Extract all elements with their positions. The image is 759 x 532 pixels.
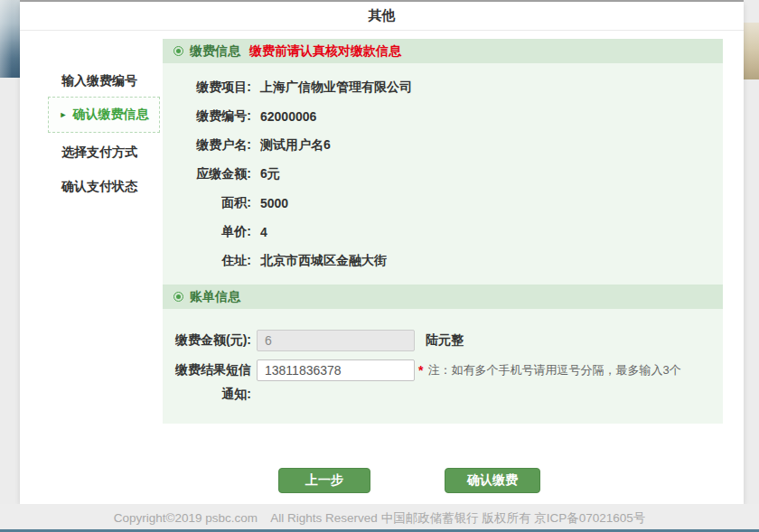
main-panel: 其他 输入缴费编号 ► 确认缴费信息 选择支付方式 确认支付状态 缴费信息 缴费… xyxy=(20,2,744,504)
payment-info-warning: 缴费前请认真核对缴款信息 xyxy=(249,43,401,60)
sms-label-line2: 通知: xyxy=(163,387,251,403)
page-title: 其他 xyxy=(369,7,396,24)
copyright-text: Copyright©2019 psbc.com All Rights Reser… xyxy=(114,510,645,527)
sms-label-line1: 缴费结果短信 xyxy=(163,362,251,378)
active-step-arrow-icon: ► xyxy=(60,110,68,119)
field-value: 北京市西城区金融大街 xyxy=(260,253,387,269)
field-row-unit-price: 单价: 4 xyxy=(163,218,723,247)
field-label: 缴费项目: xyxy=(163,79,251,96)
sms-note: 注：如有多个手机号请用逗号分隔，最多输入3个 xyxy=(427,362,680,378)
bill-info-section-header: 账单信息 xyxy=(163,285,723,309)
field-value: 4 xyxy=(260,225,267,239)
footer: Copyright©2019 psbc.com All Rights Reser… xyxy=(0,504,759,532)
content-area: 缴费信息 缴费前请认真核对缴款信息 缴费项目: 上海广信物业管理有限公司 缴费编… xyxy=(163,39,723,424)
bill-info-section-title: 账单信息 xyxy=(190,289,240,305)
sms-notify-row: 缴费结果短信 * 注：如有多个手机号请用逗号分隔，最多输入3个 xyxy=(163,357,723,384)
step-enter-payment-number[interactable]: 输入缴费编号 xyxy=(61,72,137,89)
field-value: 6元 xyxy=(260,166,280,182)
sms-notify-row-line2: 通知: xyxy=(163,384,723,406)
title-bar: 其他 xyxy=(20,2,744,31)
field-row-project: 缴费项目: 上海广信物业管理有限公司 xyxy=(163,73,723,102)
payment-info-section-title: 缴费信息 xyxy=(190,43,240,60)
step-confirm-payment-info[interactable]: ► 确认缴费信息 xyxy=(48,97,160,133)
field-row-address: 住址: 北京市西城区金融大街 xyxy=(163,247,723,275)
step-confirm-payment-status[interactable]: 确认支付状态 xyxy=(61,178,137,194)
step-select-payment-method[interactable]: 选择支付方式 xyxy=(61,144,137,160)
required-asterisk: * xyxy=(418,363,423,378)
previous-step-button[interactable]: 上一步 xyxy=(278,468,370,493)
field-value: 62000006 xyxy=(260,109,316,124)
background-photo-left xyxy=(0,0,20,78)
payment-info-section-header: 缴费信息 缴费前请认真核对缴款信息 xyxy=(163,39,723,63)
field-row-payment-number: 缴费编号: 62000006 xyxy=(163,102,723,131)
field-label: 缴费编号: xyxy=(163,108,251,125)
bill-amount-row: 缴费金额(元): 陆元整 xyxy=(163,327,723,354)
bill-info-fields: 缴费金额(元): 陆元整 缴费结果短信 * 注：如有多个手机号请用逗号分隔，最多… xyxy=(163,309,723,406)
field-row-area: 面积: 5000 xyxy=(163,189,723,218)
field-value: 上海广信物业管理有限公司 xyxy=(260,79,412,96)
field-label: 住址: xyxy=(163,253,251,269)
payment-info-fields: 缴费项目: 上海广信物业管理有限公司 缴费编号: 62000006 缴费户名: … xyxy=(163,63,723,275)
bill-amount-label: 缴费金额(元): xyxy=(163,332,251,349)
field-label: 应缴金额: xyxy=(163,166,251,182)
section-bullet-icon xyxy=(173,292,183,302)
bill-amount-input xyxy=(257,330,415,351)
field-row-account-name: 缴费户名: 测试用户名6 xyxy=(163,131,723,160)
field-label: 缴费户名: xyxy=(163,137,251,154)
amount-in-words: 陆元整 xyxy=(426,332,464,349)
field-label: 面积: xyxy=(163,195,251,211)
sms-phone-input[interactable] xyxy=(257,359,415,381)
field-value: 5000 xyxy=(260,196,288,210)
field-label: 单价: xyxy=(163,224,251,240)
active-step-label: 确认缴费信息 xyxy=(72,107,148,123)
field-row-amount-due: 应缴金额: 6元 xyxy=(163,160,723,189)
background-photo-right xyxy=(744,23,759,79)
field-value: 测试用户名6 xyxy=(260,137,331,154)
confirm-payment-button[interactable]: 确认缴费 xyxy=(445,468,540,493)
section-bullet-icon xyxy=(173,46,183,56)
